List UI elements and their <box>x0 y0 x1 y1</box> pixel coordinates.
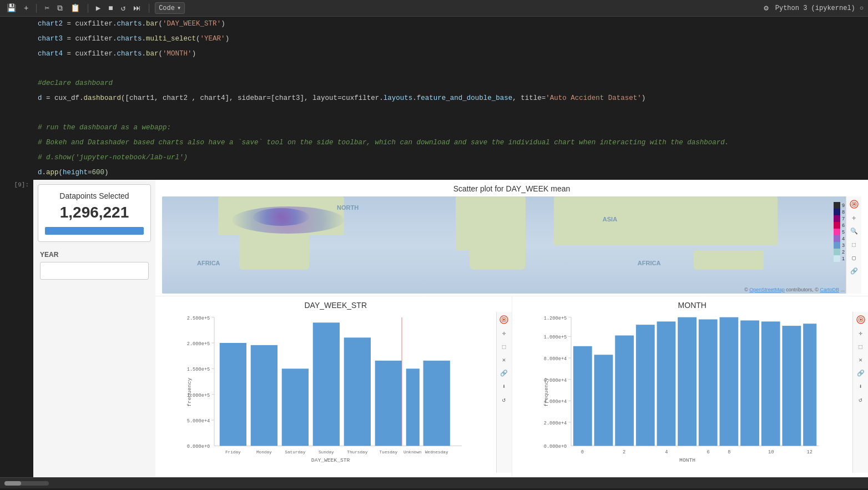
svg-text:2.500e+5: 2.500e+5 <box>187 316 210 321</box>
fast-forward-icon[interactable]: ⏭ <box>131 3 143 14</box>
sidebar-panel: Datapoints Selected 1,296,221 YEAR <box>33 180 155 477</box>
run-icon[interactable]: ▶ <box>94 2 103 14</box>
kernel-label: Python 3 (ipykernel) <box>775 4 855 12</box>
refresh-icon-3[interactable]: ↺ <box>855 394 866 405</box>
download-icon-3[interactable]: ⬇ <box>855 381 866 392</box>
svg-point-68 <box>860 319 862 321</box>
bar-tuesday <box>375 361 402 446</box>
svg-text:Saturday: Saturday <box>285 450 305 454</box>
svg-text:1.200e+5: 1.200e+5 <box>543 316 567 321</box>
svg-rect-48 <box>615 336 634 446</box>
month-chart-panel: MONTH 1.200e+5 <box>512 296 869 477</box>
cut-icon[interactable]: ✂ <box>42 2 51 14</box>
svg-text:frequency: frequency <box>186 378 193 407</box>
bokeh-logo-icon-2 <box>498 314 509 325</box>
pan-icon[interactable]: ✛ <box>849 212 860 223</box>
day-week-chart-title: DAY_WEEK_STR <box>160 301 512 310</box>
wheel-zoom-icon[interactable]: 🔍 <box>849 225 860 236</box>
scrollbar-thumb[interactable] <box>4 481 21 486</box>
code-cell: chart2 = cuxfilter.charts.bar('DAY_WEEK_… <box>0 17 868 180</box>
bokeh-logo-icon-3 <box>855 314 866 325</box>
year-input[interactable] <box>40 262 149 280</box>
svg-text:4: 4 <box>665 449 668 455</box>
svg-rect-49 <box>635 325 654 446</box>
stop-icon[interactable]: ■ <box>106 3 115 14</box>
month-chart-area: 1.200e+5 1.000e+5 8.000e+4 6.000e+4 4.00… <box>517 312 853 467</box>
datapoints-label: Datapoints Selected <box>45 191 144 200</box>
australia-land <box>694 250 764 270</box>
pan-icon-3[interactable]: ✛ <box>855 327 866 339</box>
svg-point-2 <box>853 203 855 205</box>
africa-label-right: AFRICA <box>638 260 661 266</box>
jupyter-toolbar: 💾 + ✂ ⧉ 📋 ▶ ■ ↺ ⏭ Code ▾ ⚙ Python 3 (ipy… <box>0 0 868 17</box>
restart-icon[interactable]: ↺ <box>119 2 128 14</box>
svg-rect-54 <box>740 321 759 446</box>
svg-rect-46 <box>573 346 592 446</box>
output-cell-number: [9]: <box>0 180 33 477</box>
month-bokeh-toolbar: ✛ ⬚ ✕ 🔗 ⬇ ↺ <box>852 312 868 473</box>
cell-gutter <box>0 17 33 180</box>
svg-text:Monday: Monday <box>256 450 272 454</box>
box-zoom-icon-3[interactable]: ⬚ <box>855 341 866 352</box>
box-zoom-icon-2[interactable]: ⬚ <box>498 341 509 352</box>
bar-wednesday <box>423 361 450 446</box>
settings-icon[interactable]: ⚙ <box>761 2 770 14</box>
month-svg: 1.200e+5 1.000e+5 8.000e+4 6.000e+4 4.00… <box>517 312 853 467</box>
day-week-chart-area: 2.500e+5 2.000e+5 1.500e+5 1.000e+5 5.00… <box>160 312 496 467</box>
box-zoom-icon[interactable]: ⬚ <box>849 239 860 250</box>
xbox-select-icon-3[interactable]: ✕ <box>855 354 866 365</box>
bottom-charts: DAY_WEEK_STR 2.500e+5 <box>155 296 868 477</box>
svg-text:2.000e+5: 2.000e+5 <box>187 341 210 347</box>
svg-text:2: 2 <box>623 449 625 455</box>
xbox-select-icon[interactable]: ✕ <box>498 354 509 365</box>
scrollbar[interactable] <box>4 481 49 486</box>
svg-rect-57 <box>803 324 816 446</box>
download-icon[interactable]: ⬇ <box>498 381 509 392</box>
svg-rect-52 <box>698 320 717 446</box>
link-icon-3[interactable]: 🔗 <box>855 367 866 378</box>
cell-type-dropdown[interactable]: Code ▾ <box>155 2 185 14</box>
map-credit: © OpenStreetMap contributors, © CartoDB … <box>744 287 845 292</box>
africa-land <box>470 226 526 270</box>
pan-icon-2[interactable]: ✛ <box>498 327 509 339</box>
bokeh-logo-icon <box>849 199 860 210</box>
svg-text:Thursday: Thursday <box>347 450 367 454</box>
code-blank-2 <box>33 106 868 121</box>
svg-text:0.000e+0: 0.000e+0 <box>187 444 210 449</box>
link-icon[interactable]: 🔗 <box>849 265 860 276</box>
svg-text:Unknown: Unknown <box>403 450 421 454</box>
svg-point-29 <box>503 319 505 321</box>
paste-icon[interactable]: 📋 <box>68 2 82 14</box>
cell-type-label: Code <box>159 4 175 12</box>
asia-land <box>554 196 778 245</box>
copy-icon[interactable]: ⧉ <box>55 3 65 14</box>
code-line-1: chart2 = cuxfilter.charts.bar('DAY_WEEK_… <box>33 17 868 32</box>
save-icon[interactable]: 💾 <box>4 2 18 14</box>
year-filter-label: YEAR <box>40 251 149 259</box>
svg-rect-51 <box>678 317 697 446</box>
dashboard-container: Datapoints Selected 1,296,221 YEAR Scatt… <box>33 180 868 477</box>
cell-code-content[interactable]: chart2 = cuxfilter.charts.bar('DAY_WEEK_… <box>33 17 868 180</box>
svg-text:1.500e+5: 1.500e+5 <box>187 367 210 372</box>
color-legend: 9 8 7 6 5 4 3 2 1 <box>834 202 845 262</box>
refresh-icon[interactable]: ↺ <box>498 394 509 405</box>
code-line-app: d.app(height=600) <box>33 165 868 180</box>
svg-text:Sunday: Sunday <box>319 450 334 454</box>
kernel-status-icon: ○ <box>860 4 864 12</box>
month-chart-title: MONTH <box>517 301 869 310</box>
svg-text:10: 10 <box>768 449 773 455</box>
code-blank-1 <box>33 61 868 76</box>
bar-sunday <box>313 323 340 446</box>
svg-text:12: 12 <box>806 449 812 455</box>
add-cell-icon[interactable]: + <box>22 3 31 14</box>
status-bar <box>0 477 868 488</box>
bar-saturday <box>282 369 309 446</box>
map-container: ASIA NORTH AFRICA AFRICA 9 8 7 6 <box>162 196 861 294</box>
charts-main: Scatter plot for DAY_WEEK mean <box>155 180 868 477</box>
output-content: Datapoints Selected 1,296,221 YEAR Scatt… <box>33 180 868 477</box>
svg-rect-56 <box>782 326 801 446</box>
svg-text:2.000e+4: 2.000e+4 <box>543 421 567 426</box>
box-select-icon[interactable]: ▢ <box>849 252 860 263</box>
svg-text:8: 8 <box>728 449 730 455</box>
link-icon-2[interactable]: 🔗 <box>498 367 509 378</box>
